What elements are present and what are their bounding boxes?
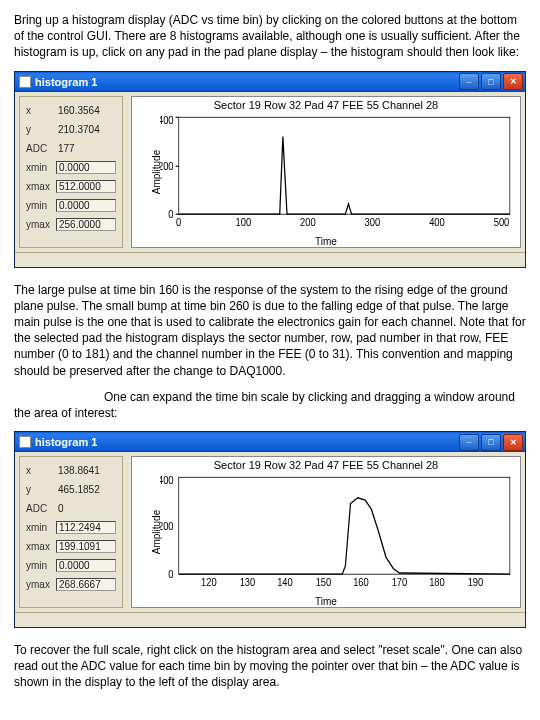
close-button[interactable]: [503, 73, 523, 90]
histogram-window-2: histogram 1 x138.8641 y465.1852 ADC0 xmi…: [14, 431, 526, 628]
label-ymax: ymax: [26, 579, 56, 590]
label-ymin: ymin: [26, 200, 56, 211]
value-x: 160.3564: [56, 105, 116, 116]
svg-text:400: 400: [160, 115, 174, 126]
app-icon: [19, 436, 31, 448]
label-xmax: xmax: [26, 181, 56, 192]
window-title: histogram 1: [35, 76, 457, 88]
svg-text:500: 500: [494, 216, 510, 227]
value-adc: 0: [56, 503, 116, 514]
titlebar[interactable]: histogram 1: [15, 72, 525, 92]
chart-svg: 0 200 400 0 100 200 300 400 500: [160, 115, 514, 229]
svg-text:150: 150: [316, 576, 332, 587]
plot-title: Sector 19 Row 32 Pad 47 FEE 55 Channel 2…: [132, 457, 520, 473]
svg-text:0: 0: [168, 568, 174, 579]
label-x: x: [26, 465, 56, 476]
titlebar[interactable]: histogram 1: [15, 432, 525, 452]
input-ymax[interactable]: 256.0000: [56, 218, 116, 231]
label-y: y: [26, 124, 56, 135]
window-title: histogram 1: [35, 436, 457, 448]
histogram-window-1: histogram 1 x160.3564 y210.3704 ADC177 x…: [14, 71, 526, 268]
x-axis-label: Time: [132, 596, 520, 607]
input-ymin[interactable]: 0.0000: [56, 199, 116, 212]
input-xmax[interactable]: 512.0000: [56, 180, 116, 193]
input-ymin[interactable]: 0.0000: [56, 559, 116, 572]
svg-text:0: 0: [176, 216, 182, 227]
value-adc: 177: [56, 143, 116, 154]
label-adc: ADC: [26, 143, 56, 154]
minimize-button[interactable]: [459, 73, 479, 90]
input-xmin[interactable]: 0.0000: [56, 161, 116, 174]
svg-text:170: 170: [392, 576, 408, 587]
plot-title: Sector 19 Row 32 Pad 47 FEE 55 Channel 2…: [132, 97, 520, 113]
input-xmin[interactable]: 112.2494: [56, 521, 116, 534]
intro-paragraph: Bring up a histogram display (ADC vs tim…: [14, 12, 526, 61]
input-xmax[interactable]: 199.1091: [56, 540, 116, 553]
input-ymax[interactable]: 268.6667: [56, 578, 116, 591]
svg-text:190: 190: [468, 576, 484, 587]
svg-text:100: 100: [235, 216, 251, 227]
value-y: 210.3704: [56, 124, 116, 135]
chart-svg: 0 200 400 120 130 140 150 160 170 180 19…: [160, 475, 514, 589]
svg-text:400: 400: [429, 216, 445, 227]
svg-text:140: 140: [277, 576, 293, 587]
x-axis-label: Time: [132, 236, 520, 247]
label-ymin: ymin: [26, 560, 56, 571]
close-button[interactable]: [503, 434, 523, 451]
svg-text:400: 400: [160, 475, 174, 486]
maximize-button[interactable]: [481, 434, 501, 451]
label-x: x: [26, 105, 56, 116]
recover-paragraph: To recover the full scale, right click o…: [14, 642, 526, 691]
status-bar: [15, 612, 525, 627]
label-y: y: [26, 484, 56, 495]
svg-text:0: 0: [168, 208, 174, 219]
explanation-paragraph: The large pulse at time bin 160 is the r…: [14, 282, 526, 379]
svg-rect-0: [179, 117, 510, 214]
svg-text:300: 300: [365, 216, 381, 227]
readout-panel: x160.3564 y210.3704 ADC177 xmin0.0000 xm…: [19, 96, 123, 248]
svg-text:120: 120: [201, 576, 217, 587]
svg-text:200: 200: [160, 520, 174, 531]
svg-rect-13: [179, 477, 510, 574]
label-xmax: xmax: [26, 541, 56, 552]
zoom-paragraph: One can expand the time bin scale by cli…: [14, 389, 526, 421]
label-adc: ADC: [26, 503, 56, 514]
svg-text:160: 160: [353, 576, 369, 587]
label-xmin: xmin: [26, 162, 56, 173]
label-ymax: ymax: [26, 219, 56, 230]
value-x: 138.8641: [56, 465, 116, 476]
plot-area[interactable]: Sector 19 Row 32 Pad 47 FEE 55 Channel 2…: [131, 456, 521, 608]
maximize-button[interactable]: [481, 73, 501, 90]
label-xmin: xmin: [26, 522, 56, 533]
app-icon: [19, 76, 31, 88]
svg-text:130: 130: [240, 576, 256, 587]
svg-text:180: 180: [429, 576, 445, 587]
value-y: 465.1852: [56, 484, 116, 495]
status-bar: [15, 252, 525, 267]
readout-panel: x138.8641 y465.1852 ADC0 xmin112.2494 xm…: [19, 456, 123, 608]
svg-text:200: 200: [300, 216, 316, 227]
minimize-button[interactable]: [459, 434, 479, 451]
svg-text:200: 200: [160, 160, 174, 171]
plot-area[interactable]: Sector 19 Row 32 Pad 47 FEE 55 Channel 2…: [131, 96, 521, 248]
